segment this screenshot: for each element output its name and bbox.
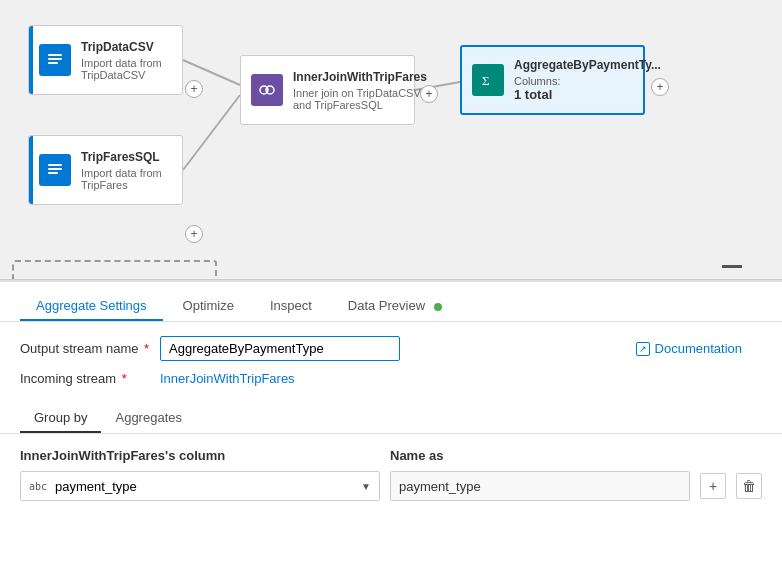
selection-box — [12, 260, 217, 280]
tripdatacsv-node[interactable]: TripDataCSV Import data from TripDataCSV — [28, 25, 183, 95]
doc-link[interactable]: ↗ Documentation — [636, 341, 762, 356]
aggregate-text: AggregateByPaymentTy... Columns: 1 total — [514, 58, 661, 102]
tripfaressql-icon — [39, 154, 71, 186]
svg-rect-3 — [48, 54, 62, 56]
chevron-down-icon: ▼ — [361, 481, 371, 492]
plus-after-tripdatacsv[interactable]: + — [185, 80, 203, 98]
column-dropdown-text: payment_type — [55, 479, 361, 494]
plus-after-tripfaressql[interactable]: + — [185, 225, 203, 243]
incoming-stream-link[interactable]: InnerJoinWithTripFares — [160, 371, 295, 386]
type-badge: abc — [29, 481, 47, 492]
canvas-area: TripDataCSV Import data from TripDataCSV… — [0, 0, 782, 280]
column-headers: InnerJoinWithTripFares's column Name as — [20, 448, 762, 463]
svg-rect-8 — [48, 172, 58, 174]
innerjoin-text: InnerJoinWithTripFares Inner join on Tri… — [293, 70, 427, 111]
aggregate-columns: Columns: 1 total — [514, 75, 661, 102]
form-area: Output stream name * ↗ Documentation Inc… — [0, 322, 782, 404]
tab-inspect[interactable]: Inspect — [254, 290, 328, 321]
svg-rect-7 — [48, 168, 62, 170]
column-header-source: InnerJoinWithTripFares's column — [20, 448, 380, 463]
svg-rect-5 — [48, 62, 58, 64]
doc-icon: ↗ — [636, 342, 650, 356]
tripfaressql-subtitle: Import data from TripFares — [81, 167, 172, 191]
name-as-field[interactable]: payment_type — [390, 471, 690, 501]
tripfaressql-title: TripFaresSQL — [81, 150, 172, 164]
output-stream-row: Output stream name * ↗ Documentation — [20, 336, 762, 361]
aggregate-node[interactable]: Σ AggregateByPaymentTy... Columns: 1 tot… — [460, 45, 645, 115]
tripfaressql-text: TripFaresSQL Import data from TripFares — [81, 150, 172, 191]
sub-tab-aggregates[interactable]: Aggregates — [101, 404, 196, 433]
incoming-stream-row: Incoming stream * InnerJoinWithTripFares — [20, 371, 762, 386]
tripdatacsv-title: TripDataCSV — [81, 40, 172, 54]
tripfaressql-node[interactable]: TripFaresSQL Import data from TripFares — [28, 135, 183, 205]
output-stream-label: Output stream name * — [20, 341, 160, 356]
bottom-panel: Aggregate Settings Optimize Inspect Data… — [0, 280, 782, 567]
tab-aggregate-settings[interactable]: Aggregate Settings — [20, 290, 163, 321]
tab-data-preview[interactable]: Data Preview — [332, 290, 458, 321]
output-stream-input[interactable] — [160, 336, 400, 361]
column-section: InnerJoinWithTripFares's column Name as … — [0, 444, 782, 509]
aggregate-title: AggregateByPaymentTy... — [514, 58, 661, 72]
required-star-incoming: * — [118, 371, 127, 386]
column-header-nameas: Name as — [390, 448, 762, 463]
svg-line-1 — [183, 95, 240, 170]
aggregate-columns-label: Columns: — [514, 75, 560, 87]
svg-text:Σ: Σ — [482, 73, 490, 88]
sub-tabs-bar: Group by Aggregates — [0, 404, 782, 434]
incoming-stream-label: Incoming stream * — [20, 371, 160, 386]
aggregate-columns-count: 1 total — [514, 87, 552, 102]
tab-optimize[interactable]: Optimize — [167, 290, 250, 321]
svg-rect-4 — [48, 58, 62, 60]
tripdatacsv-subtitle: Import data from TripDataCSV — [81, 57, 172, 81]
innerjoin-icon — [251, 74, 283, 106]
required-star-output: * — [141, 341, 150, 356]
aggregate-icon: Σ — [472, 64, 504, 96]
tripdatacsv-icon — [39, 44, 71, 76]
plus-after-innerjoin[interactable]: + — [420, 85, 438, 103]
add-column-btn[interactable]: + — [700, 473, 726, 499]
innerjoin-subtitle: Inner join on TripDataCSV and TripFaresS… — [293, 87, 427, 111]
plus-after-aggregate[interactable]: + — [651, 78, 669, 96]
data-preview-dot — [434, 303, 442, 311]
main-tabs-bar: Aggregate Settings Optimize Inspect Data… — [0, 282, 782, 322]
column-row: abc payment_type ▼ payment_type + 🗑 — [20, 471, 762, 501]
svg-rect-6 — [48, 164, 62, 166]
column-dropdown[interactable]: abc payment_type ▼ — [20, 471, 380, 501]
innerjoin-node[interactable]: InnerJoinWithTripFares Inner join on Tri… — [240, 55, 415, 125]
tripdatacsv-text: TripDataCSV Import data from TripDataCSV — [81, 40, 172, 81]
innerjoin-title: InnerJoinWithTripFares — [293, 70, 427, 84]
minimize-bar[interactable] — [722, 265, 742, 268]
sub-tab-group-by[interactable]: Group by — [20, 404, 101, 433]
delete-column-btn[interactable]: 🗑 — [736, 473, 762, 499]
